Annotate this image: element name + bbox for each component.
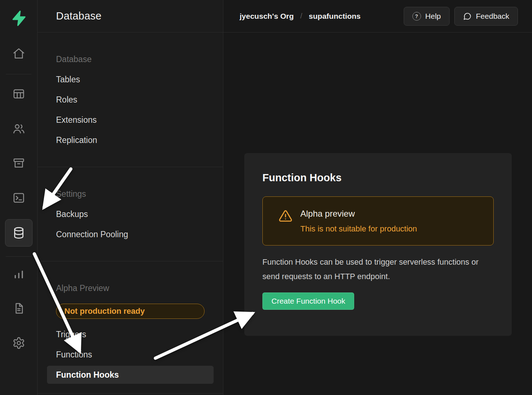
database-sidebar: Database Database Tables Roles Extension… [38,0,223,395]
sidebar-item-backups[interactable]: Backups [38,204,223,224]
archive-box-icon [12,157,25,170]
breadcrumb-separator: / [300,12,303,20]
nav-settings[interactable] [12,337,25,350]
section-label: Alpha Preview [38,278,223,298]
create-function-hook-button[interactable]: Create Function Hook [262,292,354,310]
main-content: Function Hooks Alpha preview This is not… [223,32,532,395]
nav-authentication[interactable] [12,122,25,135]
help-button[interactable]: ? Help [404,7,450,26]
nav-home[interactable] [12,47,25,60]
database-icon [12,226,26,240]
rail-divider [6,74,31,74]
not-production-ready-badge: Not production ready [56,304,205,319]
users-icon [12,122,25,135]
sidebar-item-functions[interactable]: Functions [38,344,223,365]
warning-triangle-icon [279,209,292,234]
terminal-icon [12,191,25,204]
panel-title: Function Hooks [262,170,494,186]
breadcrumb-project[interactable]: supafunctions [309,12,361,21]
function-hooks-panel: Function Hooks Alpha preview This is not… [244,153,512,336]
bar-chart-icon [12,267,25,280]
sidebar-item-roles[interactable]: Roles [38,90,223,110]
nav-reports[interactable] [12,267,25,280]
alpha-preview-alert: Alpha preview This is not suitable for p… [262,196,494,246]
nav-logs[interactable] [12,302,25,315]
sidebar-item-function-hooks[interactable]: Function Hooks [47,366,214,384]
home-icon [12,47,25,60]
section-label: Database [38,49,223,69]
sidebar-section-settings: Settings Backups Connection Pooling [38,167,223,261]
sidebar-item-triggers[interactable]: Triggers [38,324,223,344]
breadcrumb-org[interactable]: jyecusch's Org [240,12,294,21]
sidebar-item-extensions[interactable]: Extensions [38,110,223,130]
app-icon-rail [0,0,38,395]
nav-storage[interactable] [12,157,25,170]
sidebar-item-replication[interactable]: Replication [38,130,223,150]
rail-divider [6,256,31,257]
nav-sql-editor[interactable] [12,191,25,204]
sidebar-item-connection-pooling[interactable]: Connection Pooling [38,224,223,244]
nav-table-editor[interactable] [12,87,25,100]
sidebar-item-tables[interactable]: Tables [38,69,223,90]
document-icon [12,302,25,315]
alert-message: This is not suitable for production [300,224,417,234]
top-bar: jyecusch's Org / supafunctions ? Help Fe… [223,0,532,32]
speech-bubble-icon [463,12,472,21]
table-icon [12,87,25,100]
sidebar-section-alpha-preview: Alpha Preview Not production ready Trigg… [38,261,223,395]
section-label: Settings [38,184,223,204]
alert-text: Alpha preview This is not suitable for p… [300,208,417,234]
panel-description: Function Hooks can be used to trigger se… [262,255,484,284]
lightning-bolt-icon [10,10,27,26]
gear-icon [12,337,25,350]
help-question-icon: ? [412,12,421,21]
feedback-button-label: Feedback [476,12,509,21]
breadcrumb: jyecusch's Org / supafunctions [240,12,361,21]
topbar-actions: ? Help Feedback [404,7,518,26]
alert-title: Alpha preview [300,208,417,219]
nav-database-active[interactable] [5,219,33,247]
sidebar-section-database: Database Tables Roles Extensions Replica… [38,32,223,167]
help-button-label: Help [425,12,441,21]
supabase-logo[interactable] [10,10,27,26]
sidebar-title: Database [38,0,223,32]
feedback-button[interactable]: Feedback [454,7,518,26]
